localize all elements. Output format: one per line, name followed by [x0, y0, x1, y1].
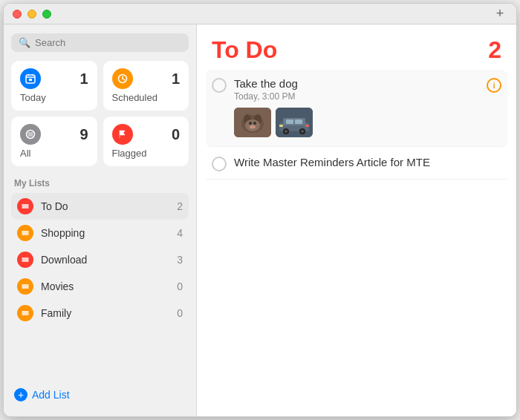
movies-name: Movies	[41, 280, 169, 292]
download-icon	[17, 252, 33, 268]
all-count: 9	[79, 126, 88, 143]
task-info-button[interactable]: i	[487, 78, 501, 93]
todo-count: 2	[177, 200, 183, 212]
task-image-dog[interactable]	[234, 108, 271, 137]
list-item-family[interactable]: Family 0	[11, 300, 189, 327]
page-title: To Do	[212, 36, 277, 64]
all-icon	[20, 124, 41, 145]
search-input[interactable]	[35, 37, 181, 48]
svg-rect-4	[29, 79, 32, 81]
titlebar: +	[4, 4, 516, 24]
add-list-label: Add List	[32, 389, 70, 401]
task-body: Write Master Reminders Article for MTE	[234, 156, 501, 170]
task-images	[234, 108, 479, 137]
task-title: Take the dog	[234, 77, 479, 90]
minimize-button[interactable]	[27, 10, 36, 19]
task-checkbox[interactable]	[212, 157, 227, 171]
svg-rect-38	[286, 119, 293, 124]
download-count: 3	[177, 254, 183, 266]
scheduled-label: Scheduled	[112, 92, 181, 103]
todo-icon	[17, 198, 33, 214]
content-area: 🔍	[4, 24, 516, 416]
family-icon	[17, 305, 33, 321]
today-icon	[20, 68, 41, 89]
app-window: + 🔍	[3, 3, 517, 417]
svg-rect-39	[295, 119, 302, 124]
today-count: 1	[79, 70, 88, 88]
smart-list-all[interactable]: 9 All	[11, 117, 97, 166]
download-name: Download	[41, 254, 169, 266]
smart-lists-grid: 1 Today 1	[11, 61, 189, 166]
add-reminder-button[interactable]: +	[493, 7, 507, 22]
svg-point-34	[250, 125, 256, 129]
smart-list-flagged[interactable]: 0 Flagged	[103, 117, 189, 166]
task-checkbox[interactable]	[212, 78, 227, 93]
search-bar[interactable]: 🔍	[11, 33, 189, 52]
task-count-badge: 2	[488, 36, 501, 64]
smart-list-scheduled[interactable]: 1 Scheduled	[103, 61, 189, 111]
flagged-count: 0	[172, 126, 180, 143]
shopping-count: 4	[177, 227, 183, 239]
shopping-icon	[17, 225, 33, 241]
my-lists-section-label: My Lists	[11, 178, 189, 188]
my-lists: To Do 2 Shopping 4	[11, 193, 189, 382]
task-image-car[interactable]	[276, 108, 313, 137]
svg-rect-44	[279, 125, 283, 127]
svg-point-33	[253, 122, 256, 125]
tasks-list: Take the dog Today, 3:00 PM	[197, 70, 516, 416]
list-item-todo[interactable]: To Do 2	[11, 193, 189, 220]
add-list-button[interactable]: + Add List	[11, 382, 189, 407]
list-item-download[interactable]: Download 3	[11, 246, 189, 273]
flagged-icon	[112, 124, 133, 145]
svg-line-7	[123, 79, 125, 80]
flagged-label: Flagged	[112, 148, 181, 159]
table-row: Take the dog Today, 3:00 PM	[206, 70, 507, 147]
task-body: Take the dog Today, 3:00 PM	[234, 77, 479, 137]
movies-count: 0	[177, 280, 183, 292]
close-button[interactable]	[13, 10, 22, 19]
family-count: 0	[177, 307, 183, 319]
shopping-name: Shopping	[41, 227, 169, 239]
smart-list-today[interactable]: 1 Today	[11, 61, 97, 111]
svg-point-32	[249, 122, 252, 125]
today-label: Today	[20, 92, 88, 103]
svg-rect-45	[305, 125, 309, 127]
add-list-icon: +	[14, 388, 27, 401]
svg-point-43	[301, 130, 304, 133]
family-name: Family	[41, 307, 169, 319]
main-content: To Do 2 Take the dog Today, 3:00 PM	[197, 24, 516, 416]
todo-name: To Do	[41, 200, 169, 212]
movies-icon	[17, 278, 33, 295]
all-label: All	[20, 148, 88, 159]
list-item-shopping[interactable]: Shopping 4	[11, 220, 189, 246]
table-row: Write Master Reminders Article for MTE	[206, 148, 507, 180]
main-header: To Do 2	[197, 24, 516, 70]
sidebar: 🔍	[4, 24, 197, 416]
maximize-button[interactable]	[42, 10, 51, 19]
list-item-movies[interactable]: Movies 0	[11, 273, 189, 300]
search-icon: 🔍	[19, 37, 30, 48]
task-title: Write Master Reminders Article for MTE	[234, 156, 501, 168]
task-subtitle: Today, 3:00 PM	[234, 91, 479, 102]
scheduled-icon	[112, 68, 133, 89]
svg-point-41	[285, 130, 287, 133]
scheduled-count: 1	[172, 70, 180, 88]
